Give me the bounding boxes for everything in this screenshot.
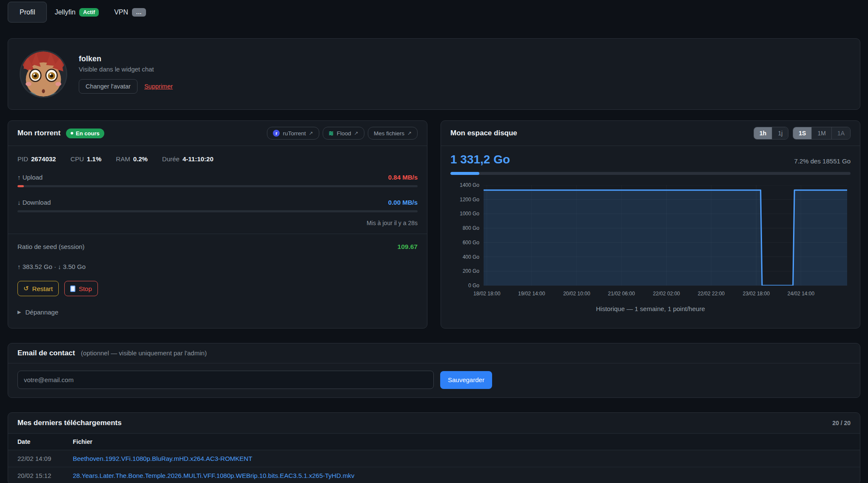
tab-vpn[interactable]: VPN ... (106, 0, 154, 24)
upload-value: 0.84 MB/s (388, 174, 418, 181)
download-label: ↓ Download (17, 199, 51, 206)
process-stats: PID2674032 CPU1.1% RAM0.2% Durée4-11:10:… (17, 155, 418, 163)
ram-label: RAM (116, 155, 130, 163)
downloads-title: Mes derniers téléchargements (17, 419, 122, 427)
tab-vpn-label: VPN (114, 9, 128, 16)
table-row: 22/02 14:09 Beethoven.1992.VFi.1080p.Blu… (8, 450, 860, 467)
delete-avatar-button[interactable]: Supprimer (144, 83, 173, 90)
tab-jellyfin-label: Jellyfin (54, 9, 75, 16)
uptime-label: Durée (162, 155, 180, 163)
profile-card: folken Visible dans le widget chat Chang… (8, 38, 860, 110)
vpn-status-badge: ... (132, 8, 146, 17)
downloads-count: 20 / 20 (832, 420, 851, 426)
rutorrent-link-button[interactable]: r ruTorrent ↗ (267, 127, 319, 140)
disk-card: Mon espace disque 1h 1j 1S 1M 1A 1 331,2… (441, 120, 860, 329)
disk-usage-value: 1 331,2 Go (450, 153, 510, 166)
stop-button[interactable]: Stop (64, 281, 98, 296)
range-selector: 1h 1j 1S 1M 1A (753, 127, 851, 140)
seed-ratio-row: Ratio de seed (session) 109.67 (17, 243, 418, 251)
restart-icon: ↺ (23, 285, 29, 292)
email-card: Email de contact (optionnel — visible un… (8, 343, 860, 398)
stop-icon (70, 286, 75, 292)
external-link-icon: ↗ (309, 130, 313, 136)
rtorrent-status-badge: En cours (66, 129, 104, 138)
range-1s-button[interactable]: 1S (793, 127, 811, 139)
restart-button[interactable]: ↺ Restart (17, 281, 59, 296)
email-note: (optionnel — visible uniquement par l'ad… (81, 349, 207, 357)
disk-usage-detail: 7.2% des 18551 Go (794, 157, 851, 165)
download-file-link[interactable]: 28.Years.Later.The.Bone.Temple.2026.MULT… (73, 472, 354, 479)
profile-subtitle: Visible dans le widget chat (79, 66, 173, 73)
column-header-date: Date (8, 434, 63, 450)
ratio-value: 109.67 (398, 243, 418, 251)
last-updated-text: Mis à jour il y a 28s (17, 220, 418, 226)
disk-chart-y-axis: 0 Go200 Go400 Go600 Go800 Go1000 Go1200 … (450, 185, 479, 286)
range-1m-button[interactable]: 1M (811, 127, 831, 139)
save-email-button[interactable]: Sauvegarder (440, 371, 492, 389)
rutorrent-icon: r (273, 130, 280, 137)
column-header-file: Fichier (63, 434, 860, 450)
profile-username: folken (79, 54, 173, 63)
email-input[interactable] (17, 371, 434, 389)
ram-value: 0.2% (133, 155, 148, 163)
divider (8, 234, 427, 234)
downloads-card: Mes derniers téléchargements 20 / 20 Dat… (8, 412, 860, 483)
disk-chart-plot (484, 185, 847, 286)
my-files-link-button[interactable]: Mes fichiers ↗ (368, 127, 418, 140)
flood-link-button[interactable]: ≋ Flood ↗ (323, 127, 364, 140)
range-1j-button[interactable]: 1j (772, 127, 788, 139)
downloads-table: Date Fichier 22/02 14:09 Beethoven.1992.… (8, 434, 860, 483)
external-link-icon: ↗ (407, 130, 412, 136)
download-date: 20/02 15:12 (8, 467, 63, 483)
download-date: 22/02 14:09 (8, 450, 63, 467)
troubleshoot-toggle[interactable]: ▶ Dépannage (17, 309, 418, 316)
cpu-value: 1.1% (87, 155, 101, 163)
avatar (21, 51, 66, 97)
table-row: 20/02 15:12 28.Years.Later.The.Bone.Temp… (8, 467, 860, 483)
disk-history-chart: 0 Go200 Go400 Go600 Go800 Go1000 Go1200 … (450, 180, 851, 304)
jellyfin-status-badge: Actif (79, 8, 99, 17)
download-file-link[interactable]: Beethoven.1992.VFi.1080p.BluRay.mHD.x264… (73, 455, 252, 462)
disk-chart-caption: Historique — 1 semaine, 1 point/heure (450, 305, 851, 312)
pid-label: PID (17, 155, 28, 163)
tab-jellyfin[interactable]: Jellyfin Actif (47, 0, 106, 24)
download-block: ↓ Download 0.00 MB/s (17, 199, 418, 212)
profile-info: folken Visible dans le widget chat Chang… (79, 54, 173, 94)
external-link-icon: ↗ (354, 130, 358, 136)
tab-profil[interactable]: Profil (8, 2, 47, 23)
disk-title: Mon espace disque (450, 129, 517, 137)
download-value: 0.00 MB/s (388, 199, 418, 206)
upload-progressbar (17, 185, 418, 187)
ratio-label: Ratio de seed (session) (17, 243, 85, 251)
download-progressbar (17, 210, 418, 212)
email-title: Email de contact (17, 349, 75, 357)
disk-usage-bar (450, 172, 851, 175)
upload-label: ↑ Upload (17, 174, 43, 181)
disk-chart-x-axis: 18/02 18:0019/02 14:0020/02 10:0021/02 0… (484, 291, 847, 297)
cpu-label: CPU (70, 155, 84, 163)
tab-profil-label: Profil (20, 9, 35, 16)
rtorrent-card: Mon rtorrent En cours r ruTorrent ↗ ≋ Fl… (8, 120, 427, 329)
pid-value: 2674032 (31, 155, 56, 163)
change-avatar-button[interactable]: Changer l'avatar (79, 79, 138, 94)
session-totals: ↑ 383.52 Go · ↓ 3.50 Go (17, 263, 418, 270)
uptime-value: 4-11:10:20 (183, 155, 214, 163)
upload-block: ↑ Upload 0.84 MB/s (17, 174, 418, 187)
tab-bar: Profil Jellyfin Actif VPN ... (8, 0, 860, 24)
range-1a-button[interactable]: 1A (831, 127, 850, 139)
status-dot-icon (71, 132, 73, 134)
range-1h-button[interactable]: 1h (754, 127, 772, 139)
flood-icon: ≋ (329, 129, 334, 137)
chevron-right-icon: ▶ (17, 309, 21, 315)
rtorrent-title: Mon rtorrent (17, 129, 60, 137)
